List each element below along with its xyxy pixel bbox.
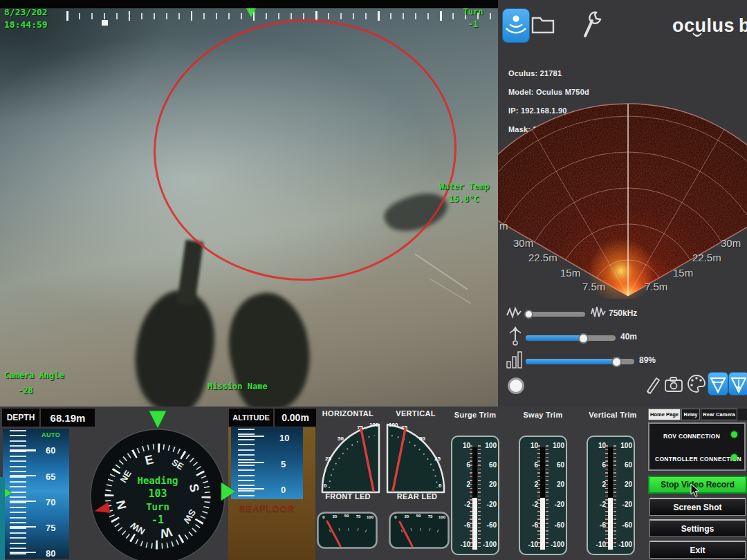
compass-turn-label: Turn xyxy=(146,501,169,512)
gain-value: 89% xyxy=(639,355,656,365)
vert-r20: 20 xyxy=(616,480,632,488)
screen-shot-label: Screen Shot xyxy=(673,503,721,512)
settings-button[interactable]: Settings xyxy=(649,519,746,537)
fan-tilt-button[interactable] xyxy=(728,372,747,395)
compass-heading-label: Heading xyxy=(137,475,178,486)
tab-home-page-label: Home Page xyxy=(650,411,679,418)
sway-rn20: -20 xyxy=(548,501,564,508)
settings-tools-button[interactable] xyxy=(581,10,605,40)
surge-l10: 10 xyxy=(454,442,470,449)
gain-icon xyxy=(506,350,523,369)
rled-25: 25 xyxy=(405,514,409,519)
range-value: 40m xyxy=(620,332,637,342)
depth-value: 68.19m xyxy=(50,412,86,424)
seafloor-label: SEAFLOOR xyxy=(231,503,303,514)
palette-icon xyxy=(686,373,707,394)
wrench-icon xyxy=(581,10,605,40)
hud-mission-name: Mission Name xyxy=(208,382,268,391)
frequency-icon xyxy=(506,306,523,319)
oculus-logo: oculusbp xyxy=(672,15,747,40)
vertical-led-gauge: 100 75 50 25 0 xyxy=(386,418,451,496)
record-sonar-button[interactable] xyxy=(508,377,524,394)
frequency-slider-track[interactable] xyxy=(526,312,585,317)
rled-75: 75 xyxy=(428,514,433,519)
altitude-scale-10: 10 xyxy=(279,433,289,443)
rled-100: 100 xyxy=(439,515,446,519)
surge-r20: 20 xyxy=(480,480,497,488)
hud-camera-angle-value: -28 xyxy=(18,386,33,395)
fled-50: 50 xyxy=(344,514,349,518)
vertical-trim-label: Vertical Trim xyxy=(585,411,640,419)
altitude-value: 0.00m xyxy=(282,412,309,423)
vert-l6: 6 xyxy=(589,461,606,469)
video-top-bar xyxy=(0,0,498,8)
surge-trim-gauge: 10 6 2 -2 -6 -10 100 60 20 -20 -60 -100 xyxy=(451,436,499,555)
vert-rn20: -20 xyxy=(616,501,632,508)
vertical-trim-gauge: 10 6 2 -2 -6 -10 100 60 20 -20 -60 -100 xyxy=(587,436,635,555)
range-label-right-15m: 15m xyxy=(673,267,693,279)
exit-label: Exit xyxy=(690,545,705,555)
depth-label-box: DEPTH xyxy=(1,408,40,427)
surge-trim-bar-bottom xyxy=(472,498,477,550)
exit-button[interactable]: Exit xyxy=(649,541,746,559)
vert-ln6: -6 xyxy=(589,521,606,529)
vgauge-50: 50 xyxy=(419,436,425,442)
surge-r100: 100 xyxy=(480,442,497,449)
range-label-right-30m: 30m xyxy=(721,237,741,249)
vert-r60: 60 xyxy=(616,461,632,469)
vert-r100: 100 xyxy=(616,442,632,449)
sway-trim-gauge: 10 6 2 -2 -6 -10 100 60 20 -20 -60 -100 xyxy=(519,436,567,555)
surge-ln2: -2 xyxy=(454,501,470,508)
fled-75: 75 xyxy=(356,514,361,519)
sonar-device-button[interactable] xyxy=(502,8,530,43)
vert-rn60: -60 xyxy=(616,521,632,529)
camera-icon xyxy=(664,376,683,393)
frequency-value: 750kHz xyxy=(609,308,637,318)
palette-button[interactable] xyxy=(686,373,707,394)
heading-tape-pointer xyxy=(246,8,256,17)
sway-ln2: -2 xyxy=(522,501,538,508)
rov-connection-label: ROV CONNECTION xyxy=(663,433,720,440)
horizontal-gauge-label: HORIZONTAL xyxy=(317,409,379,418)
sway-trim-bar-bottom xyxy=(540,498,545,550)
snapshot-button[interactable] xyxy=(664,376,683,393)
fan-aperture-button[interactable] xyxy=(708,372,728,395)
depth-auto-indicator: AUTO xyxy=(42,431,60,438)
vertical-gauge-label: VERTICAL xyxy=(386,409,445,418)
range-slider-thumb[interactable] xyxy=(578,333,589,344)
front-led-gauge: 0 25 50 75 100 xyxy=(317,512,378,549)
logo-b: b xyxy=(739,15,747,36)
range-label-left-15m: 15m xyxy=(560,267,580,279)
range-slider-fill xyxy=(526,335,581,341)
range-label-left-22m: 22.5m xyxy=(528,252,557,263)
fan-horizontal-icon xyxy=(708,373,728,395)
tab-home-page[interactable]: Home Page xyxy=(648,409,681,420)
altitude-label: ALTITUDE xyxy=(232,413,270,422)
gain-slider-thumb[interactable] xyxy=(611,357,622,367)
pencil-icon xyxy=(645,375,661,394)
vgauge-100: 100 xyxy=(389,422,398,428)
altitude-major-ticks xyxy=(238,436,264,499)
depth-scale-65: 65 xyxy=(46,472,55,482)
sway-r60: 60 xyxy=(548,461,564,469)
tab-rear-camera[interactable]: Rear Camera xyxy=(701,409,737,420)
measure-button[interactable] xyxy=(645,375,661,394)
rled-50: 50 xyxy=(416,514,421,518)
folder-icon xyxy=(531,14,555,35)
fan-vertical-icon xyxy=(729,373,747,395)
surge-ln10: -10 xyxy=(454,541,470,548)
tab-relay-label: Relay xyxy=(683,411,697,418)
sway-rn100: -100 xyxy=(548,541,564,548)
horizontal-led-gauge: 0 25 50 75 100 xyxy=(315,418,380,496)
vert-l2: 2 xyxy=(589,480,606,488)
hgauge-25: 25 xyxy=(325,456,331,462)
screen-shot-button[interactable]: Screen Shot xyxy=(649,498,746,516)
frequency-slider-thumb[interactable] xyxy=(524,310,533,319)
mouse-cursor xyxy=(690,484,700,497)
sonar-fan-display xyxy=(498,83,747,299)
surge-rn20: -20 xyxy=(480,501,497,508)
hgauge-100: 100 xyxy=(369,422,379,428)
sway-rn60: -60 xyxy=(548,521,564,529)
open-file-button[interactable] xyxy=(531,14,555,35)
tab-relay[interactable]: Relay xyxy=(681,409,700,420)
